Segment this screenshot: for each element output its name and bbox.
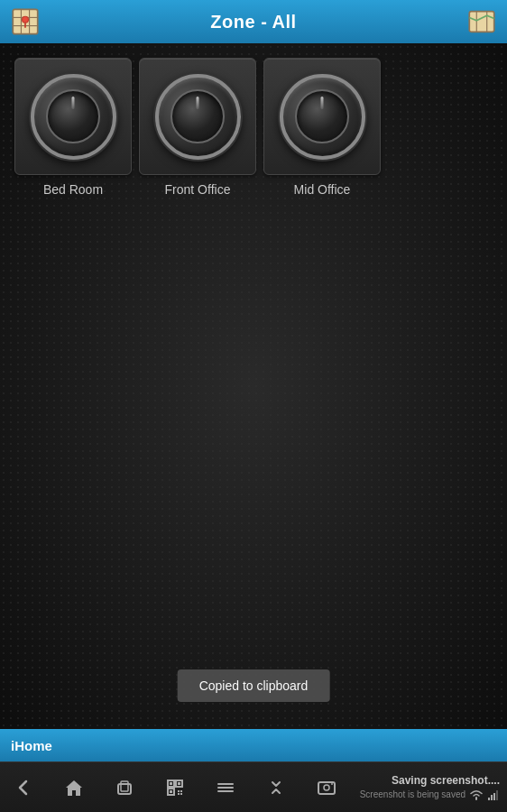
svg-rect-27 [488,798,490,800]
zone-label-midoffice: Mid Office [294,182,351,197]
recents-button[interactable] [108,771,141,804]
nav-status: Saving screenshot.... Screenshot is bein… [360,774,500,801]
svg-rect-10 [121,781,128,791]
header-title: Zone - All [210,12,296,32]
home-map-icon[interactable] [11,7,40,36]
knob-marker-midoffice [321,97,324,109]
clipboard-toast: Copied to clipboard [178,669,330,702]
svg-rect-17 [178,790,180,792]
zone-knob-midoffice[interactable] [280,74,365,160]
main-content: Bed Room Front Office [0,43,507,729]
svg-point-25 [324,785,329,790]
map-icon[interactable] [467,7,496,36]
menu-button[interactable] [209,771,242,804]
knob-marker-frontoffice [197,97,199,109]
svg-rect-18 [180,790,182,792]
expand-button[interactable] [260,771,292,804]
zone-tile-bedroom[interactable] [14,58,132,175]
qr-button[interactable] [159,771,191,804]
zone-grid: Bed Room Front Office [14,58,493,197]
svg-rect-19 [178,793,180,795]
svg-rect-30 [496,790,498,800]
svg-rect-29 [493,793,495,800]
bottom-nav: Saving screenshot.... Screenshot is bein… [0,761,507,812]
knob-inner-frontoffice [171,89,225,143]
status-text: Saving screenshot.... [392,774,500,787]
back-button[interactable] [7,771,40,804]
signal-icon [487,789,500,801]
svg-point-26 [331,783,333,785]
zone-tile-midoffice[interactable] [263,58,381,175]
svg-rect-15 [178,782,180,785]
svg-rect-14 [170,782,172,785]
knob-marker-bedroom [72,97,75,109]
zone-label-bedroom: Bed Room [43,182,103,197]
zone-label-frontoffice: Front Office [165,182,231,197]
svg-marker-8 [66,780,82,796]
svg-rect-9 [118,784,131,794]
svg-rect-7 [469,12,493,32]
knob-inner-midoffice [295,89,349,143]
app-header: Zone - All [0,0,507,43]
screenshot-button[interactable] [310,771,343,804]
zone-item-frontoffice[interactable]: Front Office [139,58,256,197]
zone-tile-frontoffice[interactable] [139,58,256,175]
status-sub-text: Screenshot is being saved [360,789,466,799]
toast-message: Copied to clipboard [199,678,309,693]
svg-rect-20 [180,793,182,795]
nav-left-icons [7,771,343,804]
knob-inner-bedroom [46,89,100,143]
ihome-label: iHome [11,738,52,753]
svg-rect-28 [491,795,493,800]
status-icons: Screenshot is being saved [360,789,500,801]
wifi-icon [469,789,484,801]
home-button[interactable] [58,771,90,804]
zone-item-bedroom[interactable]: Bed Room [14,58,132,197]
zone-knob-bedroom[interactable] [31,74,116,160]
zone-knob-frontoffice[interactable] [155,74,241,160]
svg-rect-16 [170,790,172,793]
zone-item-midoffice[interactable]: Mid Office [263,58,381,197]
ihome-bar: iHome [0,729,507,761]
svg-point-5 [23,16,29,23]
